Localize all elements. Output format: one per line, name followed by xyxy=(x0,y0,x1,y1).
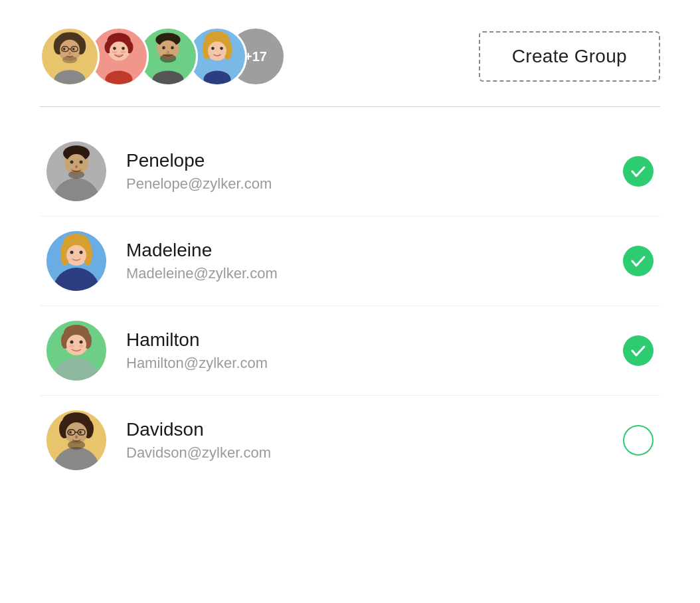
svg-point-75 xyxy=(79,431,82,434)
contact-email-penelope: Penelope@zylker.com xyxy=(126,175,623,193)
svg-point-47 xyxy=(53,268,100,291)
contact-name-hamilton: Hamilton xyxy=(126,329,623,351)
svg-point-10 xyxy=(68,52,71,55)
svg-point-43 xyxy=(70,161,74,164)
svg-point-30 xyxy=(153,70,184,86)
contact-info-penelope: PenelopePenelope@zylker.com xyxy=(126,150,623,193)
svg-point-46 xyxy=(68,171,84,179)
svg-point-8 xyxy=(63,48,66,50)
svg-point-76 xyxy=(75,436,78,439)
avatar-1 xyxy=(40,27,100,86)
contact-email-madeleine: Madeleine@zylker.com xyxy=(126,265,623,282)
contact-name-madeleine: Madeleine xyxy=(126,240,623,261)
contact-info-hamilton: HamiltonHamilton@zylker.com xyxy=(126,329,623,372)
svg-point-18 xyxy=(113,47,116,50)
selected-avatars: +17 xyxy=(40,27,286,86)
svg-point-36 xyxy=(211,47,215,50)
svg-point-44 xyxy=(80,161,83,164)
contact-item-penelope[interactable]: PenelopePenelope@zylker.com xyxy=(40,127,660,216)
contact-email-davidson: Davidson@zylker.com xyxy=(126,444,623,462)
svg-point-37 xyxy=(220,47,223,50)
contact-avatar-penelope xyxy=(46,141,106,201)
contact-check-penelope[interactable] xyxy=(623,156,654,187)
contact-item-madeleine[interactable]: MadeleineMadeleine@zylker.com xyxy=(40,216,660,306)
svg-point-45 xyxy=(75,165,78,169)
svg-point-28 xyxy=(167,50,169,54)
svg-point-62 xyxy=(80,341,83,344)
contact-email-hamilton: Hamilton@zylker.com xyxy=(126,355,623,372)
contact-list: PenelopePenelope@zylker.com MadeleineMad… xyxy=(40,120,660,485)
svg-point-11 xyxy=(62,56,77,63)
svg-point-55 xyxy=(53,357,100,381)
contact-avatar-madeleine xyxy=(46,231,106,291)
svg-point-29 xyxy=(160,54,176,62)
svg-point-20 xyxy=(112,51,117,54)
svg-point-19 xyxy=(122,47,125,50)
contact-info-madeleine: MadeleineMadeleine@zylker.com xyxy=(126,240,623,282)
svg-point-21 xyxy=(121,51,126,54)
contact-name-penelope: Penelope xyxy=(126,150,623,171)
svg-point-60 xyxy=(66,335,86,355)
contact-check-davidson[interactable] xyxy=(623,425,654,456)
svg-point-64 xyxy=(78,345,84,347)
svg-point-53 xyxy=(70,251,74,254)
header: +17 Create Group xyxy=(40,27,660,107)
contact-check-madeleine[interactable] xyxy=(623,246,654,276)
contact-avatar-davidson xyxy=(46,410,106,470)
svg-point-9 xyxy=(72,48,75,50)
svg-point-54 xyxy=(80,251,83,254)
svg-point-26 xyxy=(162,46,165,50)
contact-info-davidson: DavidsonDavidson@zylker.com xyxy=(126,419,623,462)
svg-point-27 xyxy=(171,46,174,50)
contact-item-davidson[interactable]: DavidsonDavidson@zylker.com xyxy=(40,396,660,485)
contact-avatar-hamilton xyxy=(46,321,106,381)
svg-point-22 xyxy=(105,70,132,86)
svg-point-61 xyxy=(70,341,74,344)
svg-point-12 xyxy=(54,70,86,86)
svg-point-65 xyxy=(53,447,100,470)
svg-point-35 xyxy=(208,42,226,60)
svg-point-77 xyxy=(68,440,85,450)
svg-point-52 xyxy=(66,245,86,265)
svg-point-74 xyxy=(69,431,72,434)
svg-point-38 xyxy=(203,70,230,86)
svg-point-63 xyxy=(69,345,74,347)
contact-item-hamilton[interactable]: HamiltonHamilton@zylker.com xyxy=(40,306,660,396)
svg-point-39 xyxy=(53,178,100,201)
create-group-button[interactable]: Create Group xyxy=(479,31,660,82)
contact-check-hamilton[interactable] xyxy=(623,335,654,366)
contact-name-davidson: Davidson xyxy=(126,419,623,440)
